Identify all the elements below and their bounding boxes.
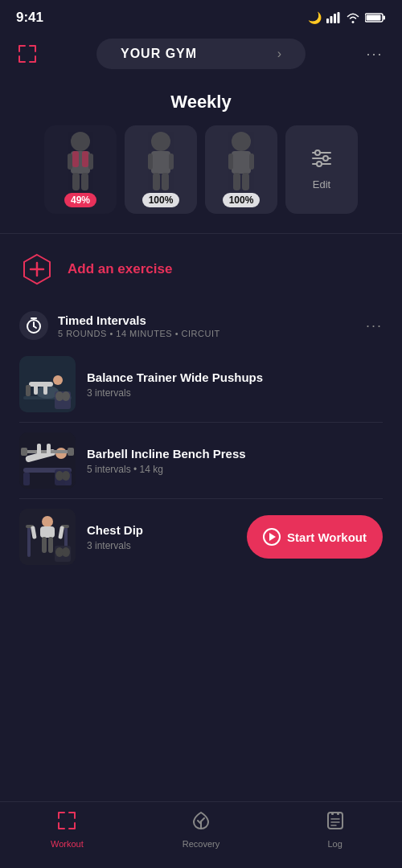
battery-icon — [365, 12, 386, 23]
svg-rect-13 — [72, 173, 80, 190]
svg-point-49 — [62, 391, 70, 401]
svg-rect-60 — [47, 444, 51, 455]
svg-rect-9 — [72, 151, 79, 167]
muscle-figure-2 — [125, 125, 197, 198]
svg-rect-45 — [43, 385, 47, 395]
exercise-meta-2: 5 intervals • 14 kg — [87, 464, 383, 475]
svg-rect-12 — [88, 154, 93, 170]
exercise-meta-1: 3 intervals — [87, 387, 383, 399]
recovery-nav-icon — [191, 810, 211, 836]
svg-rect-11 — [68, 154, 72, 170]
circuit-meta: 5 ROUNDS • 14 MINUTES • CIRCUIT — [58, 329, 356, 338]
svg-rect-73 — [42, 537, 47, 553]
muscle-card-3[interactable]: 100% — [205, 125, 277, 214]
svg-point-63 — [62, 471, 70, 481]
nav-label-log: Log — [328, 839, 343, 849]
weekly-grid: 49% 100% — [16, 125, 386, 214]
circuit-more-icon[interactable]: ··· — [366, 317, 383, 334]
svg-rect-5 — [384, 16, 386, 20]
svg-rect-80 — [337, 812, 339, 815]
svg-rect-18 — [169, 154, 174, 170]
muscle-figure-1 — [44, 125, 117, 198]
exercise-name-2: Barbell Incline Bench Press — [87, 446, 383, 462]
top-nav: YOUR GYM › ··· — [0, 32, 402, 79]
wifi-icon — [346, 12, 360, 23]
gym-button-text: YOUR GYM — [121, 47, 197, 61]
muscle-figure-3 — [205, 125, 277, 198]
add-exercise-row[interactable]: Add an exercise — [0, 237, 402, 301]
svg-rect-44 — [34, 385, 38, 395]
nav-item-recovery[interactable]: Recovery — [134, 810, 269, 849]
svg-rect-16 — [151, 151, 170, 174]
svg-point-30 — [323, 156, 328, 161]
svg-rect-19 — [153, 173, 160, 190]
svg-rect-1 — [330, 16, 333, 23]
exercise-thumb-2 — [19, 432, 76, 489]
exercise-thumb-1 — [19, 356, 76, 412]
svg-rect-0 — [326, 18, 329, 23]
section-divider-1 — [0, 233, 402, 234]
svg-rect-2 — [334, 14, 336, 23]
svg-rect-46 — [26, 385, 31, 396]
svg-rect-17 — [148, 154, 153, 170]
svg-point-7 — [71, 132, 90, 151]
circuit-info: Timed Intervals 5 ROUNDS • 14 MINUTES • … — [58, 313, 356, 338]
muscle-card-1[interactable]: 49% — [44, 125, 117, 214]
exercise-name-3: Chest Dip — [87, 522, 236, 538]
exercise-item-1: Balance Trainer Wide Pushups 3 intervals — [19, 346, 383, 423]
exercise-details-3: Chest Dip 3 intervals — [87, 522, 236, 552]
circuit-name: Timed Intervals — [58, 313, 356, 327]
edit-card[interactable]: Edit — [285, 125, 358, 214]
svg-point-21 — [232, 132, 251, 151]
nav-item-workout[interactable]: Workout — [0, 810, 134, 849]
log-nav-icon — [325, 810, 346, 836]
svg-point-77 — [62, 547, 70, 557]
exercise-block: Timed Intervals 5 ROUNDS • 14 MINUTES • … — [0, 301, 402, 575]
start-workout-label: Start Workout — [287, 530, 367, 544]
bottom-nav: Workout Recovery Log — [0, 801, 402, 868]
svg-rect-65 — [27, 525, 31, 557]
svg-rect-3 — [338, 12, 340, 23]
svg-rect-70 — [40, 526, 55, 538]
svg-rect-23 — [228, 154, 233, 170]
weekly-title: Weekly — [16, 92, 386, 113]
svg-rect-25 — [233, 173, 240, 190]
muscle-badge-3: 100% — [223, 193, 260, 207]
expand-icon[interactable] — [13, 39, 42, 68]
gym-button[interactable]: YOUR GYM › — [96, 39, 306, 69]
edit-label: Edit — [313, 178, 330, 190]
add-exercise-label: Add an exercise — [68, 261, 172, 277]
nav-item-log[interactable]: Log — [268, 810, 402, 849]
gym-chevron-icon: › — [277, 47, 281, 61]
nav-label-workout: Workout — [51, 839, 84, 849]
muscle-badge-1: 49% — [64, 193, 96, 207]
svg-rect-78 — [328, 813, 343, 829]
exercise-thumb-3 — [19, 509, 76, 565]
svg-rect-14 — [81, 173, 88, 190]
exercise-details-2: Barbell Incline Bench Press 5 intervals … — [87, 446, 383, 476]
start-workout-button[interactable]: Start Workout — [247, 515, 383, 559]
svg-point-32 — [317, 162, 322, 166]
add-exercise-icon — [19, 252, 55, 287]
exercise-item-2: Barbell Incline Bench Press 5 intervals … — [19, 423, 383, 499]
status-bar: 9:41 🌙 — [0, 0, 402, 32]
svg-point-69 — [42, 516, 53, 527]
svg-rect-57 — [21, 448, 27, 456]
signal-icon — [326, 12, 341, 23]
exercise-list: Balance Trainer Wide Pushups 3 intervals — [19, 346, 383, 575]
svg-rect-74 — [48, 537, 53, 553]
workout-nav-icon — [56, 810, 77, 836]
status-icons: 🌙 — [308, 11, 386, 24]
svg-rect-10 — [82, 151, 88, 167]
svg-point-28 — [315, 150, 320, 155]
timer-icon — [19, 311, 48, 340]
sliders-icon — [311, 149, 332, 172]
exercise-meta-3: 3 intervals — [87, 540, 236, 551]
muscle-card-2[interactable]: 100% — [125, 125, 197, 214]
muscle-badge-2: 100% — [142, 193, 180, 207]
svg-line-37 — [34, 326, 36, 328]
main-content: Weekly 49% — [0, 79, 402, 671]
more-options-icon[interactable]: ··· — [360, 39, 389, 68]
svg-rect-26 — [242, 173, 249, 190]
play-circle-icon — [263, 528, 281, 546]
